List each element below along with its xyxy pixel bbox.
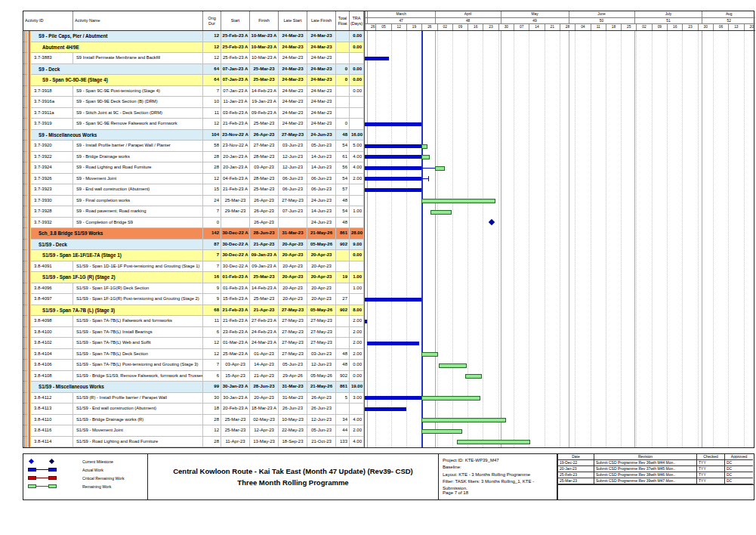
total-float: 5 — [336, 393, 350, 404]
revision-cell: TYY — [696, 472, 724, 478]
activity-name: S1/S9 - Bridge Drainage works (R) — [73, 415, 203, 425]
orig-dur: 10 — [203, 97, 221, 107]
day-tick-cell: 21 — [545, 24, 560, 30]
gantt-bar-actual — [365, 320, 367, 323]
finish-date: 25-Mar-23 — [250, 119, 279, 129]
activity-id: 3.8-4097 — [31, 294, 73, 305]
finish-date: 24-Feb-23 A — [250, 327, 279, 338]
tra-days: 9.00 — [350, 240, 364, 250]
start-date: 25-Mar-23 — [221, 415, 250, 425]
total-float: 19 — [336, 272, 350, 283]
tra-days: 0.00 — [350, 360, 364, 370]
start-date: 29-Mar-23 — [221, 206, 250, 217]
start-date: 25-Feb-23 A — [221, 31, 250, 42]
start-date: 01-Feb-23 A — [221, 283, 250, 294]
activity-id: 3.7-3911a — [31, 108, 73, 119]
late-start-date: 27-May-23 — [279, 305, 307, 316]
start-date: 07-Jan-23 A — [221, 75, 250, 85]
late-start-date: 24-Mar-23 — [279, 97, 307, 107]
late-finish-date: 12-Jun-23 — [307, 415, 336, 425]
day-tick-cell: 20 — [744, 24, 756, 30]
late-start-date: 06-Jun-23 — [279, 184, 307, 195]
month-cell: March — [367, 11, 435, 17]
gantt-bar-remaining — [457, 440, 531, 444]
orig-dur: 142 — [203, 228, 221, 239]
tra-days: 1.00 — [350, 206, 364, 217]
finish-date: 14-Apr-23 — [250, 360, 279, 370]
total-float: 57 — [336, 184, 350, 195]
start-date: 20-Jan-23 A — [221, 162, 250, 173]
late-start-date: 27-May-23 — [279, 130, 307, 141]
late-finish-date: 20-Apr-23 — [307, 250, 336, 261]
orig-dur: 7 — [203, 206, 221, 217]
tra-days: 2.00 — [350, 349, 364, 360]
orig-dur: 28 — [203, 152, 221, 162]
legend-actual-icon — [28, 468, 79, 472]
late-start-date: 03-Jun-23 — [279, 141, 307, 151]
late-start-date: 27-May-23 — [279, 316, 307, 326]
orig-dur: 99 — [203, 382, 221, 392]
revision-header-cell: Approved — [724, 454, 753, 460]
start-date: 23-Nov-22 A — [221, 130, 250, 141]
activity-name: S1/S9 - Span 1F-1G(R) Deck Section — [73, 283, 203, 294]
total-float: 54 — [336, 174, 350, 184]
start-date: 03-Apr-23 — [221, 360, 250, 370]
group-row: S9 - Pile Caps, Pier / Abutment1225-Feb-… — [23, 31, 364, 42]
orig-dur: 58 — [203, 141, 221, 151]
total-float: 48 — [336, 130, 350, 141]
day-tick-cell: 09 — [452, 24, 467, 30]
gantt-bar-actual — [365, 144, 421, 148]
activity-id: 3.8-4114 — [31, 437, 73, 447]
legend-label: Critical Remaining Work — [79, 476, 125, 481]
revision-header-cell: Checked — [696, 454, 724, 460]
group-label: S1/S9 - Span 1F-1G (R) (Stage 2) — [31, 272, 203, 283]
start-date: 11-Apr-23 — [221, 437, 250, 447]
activity-name: S9 - Movement Joint — [73, 174, 203, 184]
tra-days: 5.00 — [350, 141, 364, 151]
tra-days: 4.00 — [350, 152, 364, 162]
finish-date: 28-Mar-23 — [250, 174, 279, 184]
group-row: Abutment 4H/9E1225-Feb-23 A10-Mar-23 A24… — [23, 42, 364, 54]
row-stripe-gap — [23, 415, 31, 425]
start-date: 25-Mar-23 A — [221, 349, 250, 360]
row-stripe-gap — [23, 316, 31, 326]
tra-days: 2.00 — [350, 316, 364, 326]
start-date: 21-Feb-23 A — [221, 119, 250, 129]
late-finish-date: 06-Jun-23 — [307, 184, 336, 195]
group-row: S9 - Deck6407-Jan-23 A25-Mar-2324-Mar-23… — [23, 64, 364, 76]
gantt-monthnum-row: 474849505152 — [365, 18, 755, 24]
total-float: 902 — [336, 240, 350, 250]
group-row: S9 - Span 9C-9D-9E (Stage 4)6407-Jan-23 … — [23, 75, 364, 86]
day-tick-cell: 26 — [421, 24, 437, 30]
month-cell: April — [435, 11, 501, 17]
late-finish-date: 21-May-26 — [307, 382, 336, 392]
tra-days: 16.00 — [350, 130, 364, 141]
activity-name: S9 Install Permeate Membrane and Backfil… — [73, 53, 203, 63]
activity-id: 3.7-3922 — [31, 152, 73, 162]
activity-id: 3.8-4112 — [31, 393, 73, 404]
week-gridline — [437, 31, 438, 447]
column-header-4: Start — [221, 11, 250, 30]
gantt-timescale: MarchAprilMayJuneJulyAug 474849505152 26… — [364, 11, 755, 31]
total-float: 61 — [336, 152, 350, 162]
orig-dur: 64 — [203, 75, 221, 85]
group-label: S9 - Deck — [31, 64, 203, 75]
finish-date: 09-Feb-23 A — [250, 108, 279, 119]
tra-days: 0.00 — [350, 371, 364, 382]
day-tick-cell: 18 — [606, 24, 621, 30]
orig-dur: 7 — [203, 86, 221, 97]
start-date: 20-Jan-23 A — [221, 152, 250, 162]
row-stripe-gap — [23, 184, 31, 195]
finish-date: 14-Feb-23 A — [250, 86, 279, 97]
late-finish-date: 24-Mar-23 — [307, 53, 336, 63]
gantt-bar-remaining — [421, 352, 438, 357]
orig-dur: 12 — [203, 53, 221, 63]
row-stripe-gap — [23, 218, 31, 228]
finish-date: 26-Apr-23 — [250, 218, 279, 228]
late-finish-date: 24-Mar-23 — [307, 64, 336, 75]
activity-name: S1/S9 - Bridge S1/S9, Remove Falsework, … — [73, 371, 203, 382]
activity-id: 3.7-3919 — [31, 119, 73, 129]
orig-dur: 30 — [203, 393, 221, 404]
finish-date: 20-Apr-23 — [250, 393, 279, 404]
late-start-date: 20-Apr-23 — [279, 283, 307, 294]
